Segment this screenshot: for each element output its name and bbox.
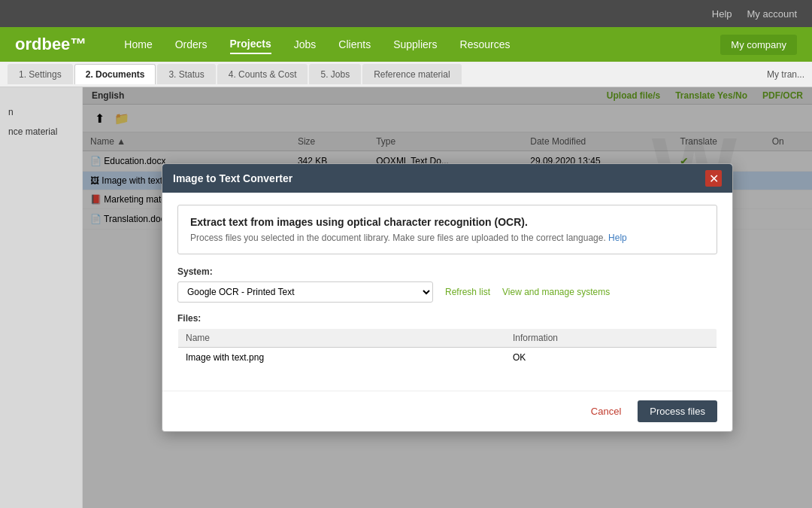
- help-link[interactable]: Help: [712, 8, 732, 20]
- modal-footer: Cancel Process files: [162, 391, 732, 431]
- tab-settings[interactable]: 1. Settings: [8, 64, 73, 84]
- account-link[interactable]: My account: [747, 8, 797, 20]
- process-files-button[interactable]: Process files: [638, 400, 717, 422]
- tab-reference[interactable]: Reference material: [362, 64, 461, 84]
- content-area: n nce material W English Upload file/s T…: [0, 87, 812, 508]
- ocr-help-link[interactable]: Help: [608, 233, 627, 243]
- manage-systems-link[interactable]: View and manage systems: [502, 287, 610, 297]
- tab-documents[interactable]: 2. Documents: [74, 64, 156, 84]
- system-select[interactable]: Google OCR - Printed Text: [177, 281, 433, 303]
- nav-orders[interactable]: Orders: [175, 35, 208, 53]
- tab-status[interactable]: 3. Status: [157, 64, 215, 84]
- system-label: System:: [177, 266, 717, 277]
- modal-header: Image to Text Converter ✕: [162, 164, 732, 193]
- tab-right-info: My tran...: [767, 69, 804, 80]
- tab-jobs[interactable]: 5. Jobs: [309, 64, 361, 84]
- files-col-info: Information: [505, 329, 717, 348]
- files-group: Files: Name Information Image with text.…: [177, 313, 717, 368]
- tab-counts-cost[interactable]: 4. Counts & Cost: [217, 64, 308, 84]
- modal-title: Image to Text Converter: [173, 172, 292, 184]
- nav-home[interactable]: Home: [124, 35, 152, 53]
- modal-body: Extract text from images using optical c…: [162, 193, 732, 391]
- refresh-list-link[interactable]: Refresh list: [445, 287, 490, 297]
- modal-close-button[interactable]: ✕: [705, 170, 722, 187]
- files-label: Files:: [177, 313, 717, 324]
- modal-overlay: Image to Text Converter ✕ Extract text f…: [83, 87, 812, 508]
- sidebar-item-1: [4, 95, 78, 101]
- nav-suppliers[interactable]: Suppliers: [393, 35, 437, 53]
- ocr-modal: Image to Text Converter ✕ Extract text f…: [162, 163, 733, 432]
- nav-right: My company: [720, 39, 797, 50]
- ocr-description-box: Extract text from images using optical c…: [177, 205, 717, 254]
- nav-jobs[interactable]: Jobs: [294, 35, 317, 53]
- files-table: Name Information Image with text.png OK: [177, 328, 717, 368]
- top-bar: Help My account: [0, 0, 812, 27]
- system-group: System: Google OCR - Printed Text Refres…: [177, 266, 717, 303]
- nav-resources[interactable]: Resources: [460, 35, 511, 53]
- sidebar-item-reference: nce material: [4, 123, 78, 140]
- nav-clients[interactable]: Clients: [338, 35, 371, 53]
- sidebar: n nce material: [0, 87, 83, 508]
- ocr-description-sub: Process files you selected in the docume…: [190, 233, 704, 243]
- app-logo: ordbee™: [15, 35, 86, 54]
- sidebar-item-2: n: [4, 104, 78, 120]
- my-company-button[interactable]: My company: [720, 35, 797, 55]
- modal-file-row: Image with text.png OK: [178, 348, 717, 368]
- tabs-bar: 1. Settings 2. Documents 3. Status 4. Co…: [0, 62, 812, 87]
- files-col-name: Name: [178, 329, 505, 348]
- ocr-description-title: Extract text from images using optical c…: [190, 216, 704, 228]
- modal-file-info: OK: [505, 348, 717, 368]
- system-row: Google OCR - Printed Text Refresh list V…: [177, 281, 717, 303]
- nav-projects[interactable]: Projects: [230, 35, 271, 54]
- modal-file-name: Image with text.png: [178, 348, 505, 368]
- cancel-button[interactable]: Cancel: [582, 400, 630, 422]
- nav-bar: ordbee™ Home Orders Projects Jobs Client…: [0, 27, 812, 62]
- main-area: W English Upload file/s Translate Yes/No…: [83, 87, 812, 508]
